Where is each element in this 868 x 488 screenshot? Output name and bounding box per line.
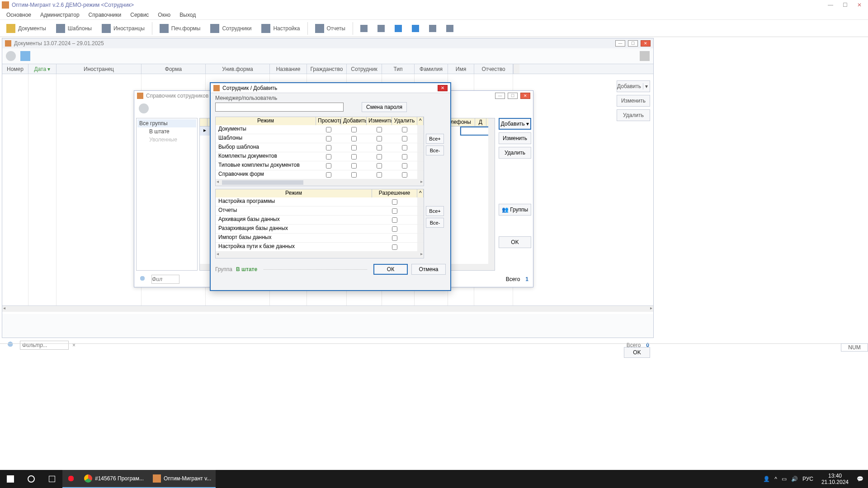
col-date[interactable]: Дата ▾ <box>28 64 57 74</box>
perm-view-checkbox[interactable] <box>326 163 331 169</box>
all-plus-button-2[interactable]: Все+ <box>426 206 444 216</box>
dir-groups-button[interactable]: 👥 Группы <box>499 204 531 216</box>
tree-fired[interactable]: Уволенные <box>137 136 196 144</box>
gear-icon[interactable] <box>139 103 149 113</box>
dir-add-button[interactable]: Добавить ▾ <box>499 118 531 130</box>
col-citizenship[interactable]: Гражданство <box>307 64 347 74</box>
perm-del-checkbox[interactable] <box>402 145 407 150</box>
menu-admin[interactable]: Администратор <box>36 10 84 19</box>
perm-del-checkbox[interactable] <box>402 163 407 169</box>
col-name[interactable]: Название <box>270 64 307 74</box>
tray-people-icon[interactable]: 👤 <box>763 476 770 482</box>
col-univform[interactable]: Унив.форма <box>206 64 270 74</box>
all-plus-button-1[interactable]: Все+ <box>426 134 444 144</box>
menu-references[interactable]: Справочники <box>84 10 126 19</box>
toolbar-foreigners[interactable]: Иностранцы <box>97 22 149 35</box>
dir-delete-button[interactable]: Удалить <box>499 147 531 159</box>
delete-button[interactable]: Удалить <box>617 109 650 121</box>
menu-main[interactable]: Основное <box>2 10 36 19</box>
all-minus-button-2[interactable]: Все- <box>426 218 444 228</box>
taskview[interactable] <box>42 470 62 488</box>
edit-button[interactable]: Изменить <box>617 95 650 107</box>
manager-input[interactable] <box>215 103 344 112</box>
col-form[interactable]: Форма <box>142 64 206 74</box>
perm-edit-checkbox[interactable] <box>377 163 382 169</box>
printer-icon[interactable] <box>640 51 650 61</box>
dialog-cancel-button[interactable]: Отмена <box>411 264 446 275</box>
window-maximize[interactable]: ☐ <box>838 1 852 9</box>
perm-edit-checkbox[interactable] <box>377 145 382 150</box>
perm-view-checkbox[interactable] <box>326 172 331 178</box>
col-patronymic[interactable]: Отчество <box>474 64 513 74</box>
dir-ok-button[interactable]: OK <box>499 236 531 248</box>
perm-view-checkbox[interactable] <box>326 127 331 132</box>
perm-col-del[interactable]: Удалить <box>392 117 417 125</box>
dir-edit-button[interactable]: Изменить <box>499 132 531 144</box>
perm-col-view[interactable]: Просмотр <box>316 117 341 125</box>
perm2-allow-checkbox[interactable] <box>392 199 397 205</box>
notifications-icon[interactable]: 💬 <box>857 476 863 482</box>
toolbar-book[interactable] <box>442 23 458 34</box>
perm-del-checkbox[interactable] <box>402 154 407 160</box>
perm-add-checkbox[interactable] <box>351 154 357 160</box>
menu-service[interactable]: Сервис <box>126 10 153 19</box>
perm-del-checkbox[interactable] <box>402 136 407 141</box>
perm-edit-checkbox[interactable] <box>377 136 382 141</box>
grid-hscrollbar[interactable] <box>2 305 653 312</box>
perm-add-checkbox[interactable] <box>351 127 357 132</box>
toolbar-cut[interactable] <box>356 23 372 34</box>
col-type[interactable]: Тип <box>382 64 415 74</box>
change-password-button[interactable]: Смена пароля <box>362 102 407 112</box>
perm-edit-checkbox[interactable] <box>377 127 382 132</box>
taskbar-chrome[interactable]: #145676 Програм... <box>80 470 148 488</box>
tray-lang[interactable]: РУС <box>802 476 813 482</box>
toolbar-printforms[interactable]: Печ.формы <box>155 22 205 35</box>
perm-add-checkbox[interactable] <box>351 172 357 178</box>
perm-view-checkbox[interactable] <box>326 154 331 160</box>
dirwin-close[interactable]: ✕ <box>520 93 530 99</box>
perm2-allow-checkbox[interactable] <box>392 235 397 241</box>
toolbar-documents[interactable]: Документы <box>2 22 51 35</box>
col-surname[interactable]: Фамилия <box>415 64 448 74</box>
dirwin-minimize[interactable]: — <box>495 93 505 99</box>
tree-all-groups[interactable]: Все группы <box>137 119 196 127</box>
search-taskbar[interactable] <box>21 470 42 488</box>
menu-exit[interactable]: Выход <box>175 10 200 19</box>
toolbar-reports[interactable]: Отчеты <box>311 22 350 35</box>
perm2-hscroll[interactable] <box>216 252 424 258</box>
perm-edit-checkbox[interactable] <box>377 154 382 160</box>
perm-col-edit[interactable]: Изменить <box>367 117 392 125</box>
col-firstname[interactable]: Имя <box>448 64 474 74</box>
gear-icon[interactable] <box>6 51 16 61</box>
dialog-ok-button[interactable]: ОК <box>373 264 408 275</box>
window-minimize[interactable]: — <box>824 1 837 9</box>
perm2-allow-checkbox[interactable] <box>392 226 397 232</box>
toolbar-paste[interactable] <box>390 23 406 34</box>
taskbar-clock[interactable]: 13:40 21.10.2024 <box>818 473 852 486</box>
perm-edit-checkbox[interactable] <box>377 172 382 178</box>
dir-filter-input[interactable] <box>151 275 179 284</box>
start-button[interactable] <box>0 470 21 488</box>
calendar-icon[interactable] <box>20 51 30 61</box>
taskbar-opera[interactable] <box>62 470 80 488</box>
perm-del-checkbox[interactable] <box>402 127 407 132</box>
perm-hscroll[interactable] <box>216 179 424 186</box>
col-foreigner[interactable]: Иностранец <box>57 64 142 74</box>
col-employee[interactable]: Сотрудник <box>347 64 382 74</box>
toolbar-templates[interactable]: Шаблоны <box>52 22 96 35</box>
taskbar-optim-migrant[interactable]: Оптим-Мигрант v... <box>148 470 216 488</box>
perm-view-checkbox[interactable] <box>326 145 331 150</box>
toolbar-settings[interactable]: Настройка <box>257 22 304 35</box>
tree-staff[interactable]: В штате <box>137 127 196 136</box>
system-tray[interactable]: 👤 ^ ▭ 🔊 РУС 13:40 21.10.2024 💬 <box>759 473 868 486</box>
perm2-col-allow[interactable]: Разрешение <box>372 189 417 197</box>
perm2-allow-checkbox[interactable] <box>392 217 397 223</box>
perm-view-checkbox[interactable] <box>326 136 331 141</box>
perm-add-checkbox[interactable] <box>351 136 357 141</box>
perm-col-add[interactable]: Добавить <box>341 117 367 125</box>
perm2-allow-checkbox[interactable] <box>392 244 397 250</box>
window-close[interactable]: ✕ <box>853 1 866 9</box>
docwin-close[interactable]: ✕ <box>641 40 651 47</box>
toolbar-undo[interactable] <box>407 23 424 34</box>
docwin-maximize[interactable]: ☐ <box>628 40 638 47</box>
